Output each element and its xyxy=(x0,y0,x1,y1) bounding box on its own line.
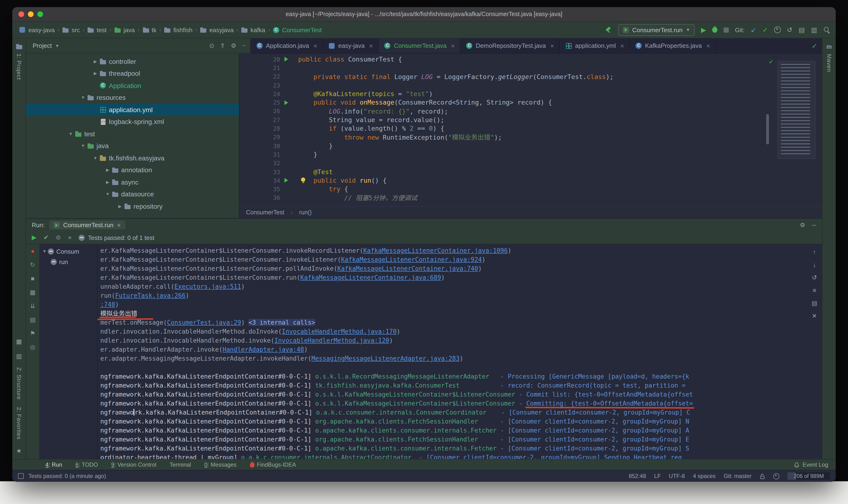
clear-icon[interactable]: ✕ xyxy=(812,313,817,320)
stack-trace-link[interactable]: InvocableHandlerMethod.java:170 xyxy=(282,328,397,335)
breadcrumb-item[interactable]: kafka xyxy=(241,26,265,33)
editor-tab[interactable]: application.yml✕ xyxy=(560,38,630,53)
indent-select[interactable]: 4 spaces xyxy=(693,473,716,480)
breadcrumb-item[interactable]: test xyxy=(87,26,107,33)
breadcrumb-method[interactable]: run() xyxy=(299,209,312,216)
back-icon[interactable]: ↺ xyxy=(812,274,817,281)
run-gutter-icon[interactable] xyxy=(284,100,288,105)
grid-icon[interactable]: ▦ xyxy=(30,289,36,296)
failed-badge-icon[interactable]: ● xyxy=(31,248,35,255)
close-window-icon[interactable] xyxy=(18,11,24,17)
editor-line[interactable]: 28 if (value.length() % 2 == 0) { xyxy=(239,124,822,133)
console[interactable]: er.KafkaMessageListenerContainer$Listene… xyxy=(97,244,807,459)
editor-tab[interactable]: DemoRepositoryTest.java✕ xyxy=(461,38,560,53)
maximize-window-icon[interactable] xyxy=(37,11,43,17)
pin-icon[interactable]: ▥ xyxy=(16,352,22,359)
layout-icon[interactable]: ▥ xyxy=(811,26,817,34)
run-icon[interactable]: ▶ xyxy=(32,234,36,241)
search-icon[interactable] xyxy=(824,26,830,33)
editor-line[interactable]: 22 private static final Logger LOG = Log… xyxy=(239,72,822,81)
code-area[interactable]: 20public class ConsumerTest {2122 privat… xyxy=(239,53,822,206)
editor-line[interactable]: 25 public void onMessage(ConsumerRecord<… xyxy=(239,98,822,107)
toolwindow-tab-project[interactable]: 1: Project xyxy=(16,53,22,80)
close-icon[interactable]: ✕ xyxy=(116,222,121,228)
menu-icon[interactable]: ≡ xyxy=(812,287,816,294)
diff-view-icon[interactable]: ▤ xyxy=(798,26,805,34)
project-tree-item[interactable]: ▼test xyxy=(26,128,239,140)
editor-line[interactable]: 35 try { xyxy=(239,185,822,194)
toolwindow-button[interactable]: FindBugs-IDEA xyxy=(250,462,296,468)
editor-line[interactable]: 29 throw new RuntimeException("模拟业务出错"); xyxy=(239,133,822,142)
rows-icon[interactable]: ▤ xyxy=(30,317,36,323)
maven-icon[interactable]: m xyxy=(826,43,832,50)
build-icon[interactable] xyxy=(605,26,612,33)
stack-trace-link[interactable]: KafkaMessageListenerContainer.java:689 xyxy=(300,274,441,281)
editor-line[interactable]: 30 } xyxy=(239,142,822,150)
project-toolwindow-icon[interactable] xyxy=(15,43,22,50)
breadcrumb-item[interactable]: ConsumerTest xyxy=(273,26,322,33)
locate-file-icon[interactable]: ⊙ xyxy=(209,42,214,49)
caret-position[interactable]: 852:48 xyxy=(629,473,646,480)
debug-button[interactable] xyxy=(712,27,717,33)
run-gutter-icon[interactable] xyxy=(284,178,288,183)
close-icon[interactable]: ✕ xyxy=(620,43,625,49)
git-branch-select[interactable]: Git: master xyxy=(724,473,752,480)
run-button[interactable]: ▶ xyxy=(701,26,706,34)
stack-trace-link[interactable]: InvocableHandlerMethod.java:120 xyxy=(274,337,389,344)
project-tree-item[interactable]: ▶async xyxy=(26,176,239,188)
breadcrumb-item[interactable]: java xyxy=(114,26,135,33)
toolwindow-toggle-icon[interactable] xyxy=(18,473,24,479)
toolwindow-button[interactable]: 6: TODO xyxy=(75,462,98,468)
close-icon[interactable]: ✕ xyxy=(706,43,710,49)
project-tree-item[interactable]: ▶controller xyxy=(26,55,239,68)
stack-trace-link[interactable]: FutureTask.java:266 xyxy=(115,292,185,299)
editor-line[interactable]: 34 public void run() { xyxy=(239,176,822,185)
stop-button[interactable] xyxy=(724,27,729,32)
history-icon[interactable] xyxy=(774,26,781,33)
chevron-down-icon[interactable]: ▼ xyxy=(55,43,59,48)
toolwindow-button[interactable]: 4: Run xyxy=(46,462,62,468)
line-ending-select[interactable]: LF xyxy=(654,473,661,480)
toolwindow-tab-favorites[interactable]: 2: Favorites xyxy=(16,407,22,439)
stack-trace-link[interactable]: KafkaMessageListenerContainer.java:740 xyxy=(338,265,478,272)
stack-trace-link[interactable]: Executors.java:511 xyxy=(174,283,241,290)
editor-line[interactable]: 26 LOG.info("record: {}", record); xyxy=(239,107,822,116)
project-tree-item[interactable]: logback-spring.xml xyxy=(26,116,239,128)
editor-line[interactable]: 36 // 阻塞5分钟，方便调试 xyxy=(239,194,822,202)
rerun-failed-icon[interactable]: ✔ xyxy=(43,234,49,241)
close-icon[interactable]: ✕ xyxy=(369,43,373,49)
skip-icon[interactable]: » xyxy=(68,234,71,241)
editor-tab[interactable]: easy-java✕ xyxy=(323,38,379,53)
stack-trace-link[interactable]: HandlerAdapter.java:48 xyxy=(223,346,304,353)
stack-trace-link[interactable]: MessagingMessageListenerAdapter.java:283 xyxy=(311,355,459,362)
status-message[interactable]: Tests passed: 0 (a minute ago) xyxy=(29,473,106,480)
title-bar[interactable]: easy-java [~/Projects/easy-java] - .../s… xyxy=(12,7,836,22)
pin-icon[interactable]: ◎ xyxy=(30,344,36,351)
up-icon[interactable]: ↑ xyxy=(813,249,816,255)
project-tree-item[interactable]: ▶threadpool xyxy=(26,68,239,79)
toolwindow-button[interactable]: 9: Version Control xyxy=(111,462,157,468)
project-tree-item[interactable]: ▼datasource xyxy=(26,188,239,200)
toolwindow-tab-maven[interactable]: Maven xyxy=(826,54,832,72)
breadcrumb-class[interactable]: ConsumerTest xyxy=(246,209,284,216)
editor-line[interactable]: 32 xyxy=(239,159,822,167)
editor-line[interactable]: 24 @KafkaListener(topics = "test") xyxy=(239,89,822,98)
stack-trace-link[interactable]: ConsumerTest.java:29 xyxy=(167,319,241,326)
star-icon[interactable]: ★ xyxy=(16,447,21,454)
vcs-commit-icon[interactable]: ✓ xyxy=(762,26,768,34)
run-panel-tab[interactable]: ConsumerTest.run ✕ xyxy=(50,220,125,230)
lock-icon[interactable] xyxy=(759,473,765,479)
collapse-all-icon[interactable]: ⇑ xyxy=(220,42,225,49)
grid-icon[interactable]: ▦ xyxy=(16,338,22,345)
stack-trace-link[interactable]: :748 xyxy=(100,301,115,308)
toolwindow-tab-structure[interactable]: Z: Structure xyxy=(16,367,22,399)
stop-square-icon[interactable]: ■ xyxy=(31,275,35,282)
project-tree-item[interactable]: ▶annotation xyxy=(26,164,239,176)
event-log-button[interactable]: Event Log xyxy=(794,462,828,468)
stack-trace-link[interactable]: KafkaMessageListenerContainer.java:924 xyxy=(341,256,482,263)
inspection-profile-icon[interactable] xyxy=(773,473,779,479)
encoding-select[interactable]: UTF-8 xyxy=(669,473,685,480)
project-tree-item[interactable]: Application xyxy=(26,79,239,92)
breadcrumb-item[interactable]: easy-java xyxy=(19,26,55,33)
hide-panel-icon[interactable]: − xyxy=(242,42,246,49)
